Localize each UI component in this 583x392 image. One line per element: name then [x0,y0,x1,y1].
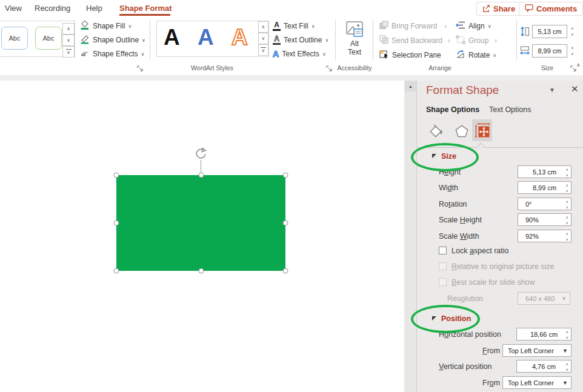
selection-pane-button[interactable]: Selection Pane [379,50,441,60]
shape-fill-icon [80,21,90,32]
text-effects-icon: A [273,50,279,59]
canvas-scroll-up-button[interactable]: ▲ [405,81,416,91]
share-icon [482,4,490,14]
wordart-scroll-up-button[interactable]: ∧ [258,21,268,33]
resolution-label: Resolution [447,294,483,303]
handle-top-middle[interactable] [198,173,204,178]
rotation-handle[interactable] [194,147,208,164]
wordart-sample-black[interactable]: A [164,26,180,48]
title-menu-bar: View Recording Help Shape Format Share C… [0,0,583,17]
resolution-dropdown: 640 x 480 ▼ [518,292,570,305]
panel-menu-chevron-icon[interactable]: ▼ [549,87,555,93]
slide-canvas[interactable] [0,81,404,392]
lock-aspect-ratio-label: Lock aspect ratio [451,247,509,255]
height-spinner[interactable]: ∧∨ [566,168,568,177]
comments-button[interactable]: Comments [519,2,583,16]
accessibility-group-label: Accessibility [330,64,379,71]
bring-forward-icon [379,21,388,32]
alt-text-button[interactable]: Alt Text [339,21,370,61]
shape-style-thumbnail-1[interactable]: Abc [1,27,28,50]
handle-top-right[interactable] [283,173,288,178]
gallery-more-button[interactable]: ∨ [62,46,75,58]
handle-bottom-middle[interactable] [198,268,204,274]
shape-width-input[interactable]: 8,99 cm [532,44,567,58]
align-button[interactable]: Align∨ [456,21,491,31]
width-input[interactable]: 8,99 cm ∧∨ [518,181,571,194]
rotation-spinner[interactable]: ∧∨ [566,200,568,209]
group-divider [516,20,517,60]
group-icon [456,35,465,46]
from-vertical-label: From [482,379,500,387]
from-horizontal-dropdown[interactable]: Top Left Corner ▼ [502,344,571,357]
vertical-position-spinner[interactable]: ∧∨ [566,362,568,371]
effects-icon[interactable] [453,123,470,142]
size-section-header[interactable]: Size [441,152,456,161]
scale-width-value: 92% [525,233,539,240]
scale-width-spinner[interactable]: ∧∨ [566,232,568,241]
shape-fill-button[interactable]: Shape Fill∨ [80,21,132,31]
shape-outline-button[interactable]: Shape Outline∨ [80,35,145,45]
shape-height-input[interactable]: 5,13 cm [532,25,567,38]
rotate-icon [456,50,465,61]
handle-middle-left[interactable] [114,221,119,226]
panel-tab-shape-options[interactable]: Shape Options [426,105,479,114]
fill-line-icon[interactable] [428,123,445,142]
position-section-collapse-icon[interactable] [432,316,436,321]
wordart-more-button[interactable]: ∨ [258,44,268,56]
tab-shape-format[interactable]: Shape Format [119,4,172,13]
tab-help[interactable]: Help [86,4,102,13]
from-vertical-dropdown[interactable]: Top Left Corner ▼ [502,376,571,389]
wordart-sample-blue[interactable]: A [198,26,214,48]
canvas-scrollbar-track[interactable] [404,81,416,392]
handle-top-left[interactable] [114,173,119,178]
vertical-position-input[interactable]: 4,76 cm ∧∨ [516,360,571,373]
position-section-header[interactable]: Position [441,314,471,323]
rotation-label: Rotation [439,200,467,208]
text-outline-label: Text Outline [284,36,322,44]
group-divider [373,20,373,60]
size-properties-icon-selected[interactable] [472,119,492,141]
send-backward-button[interactable]: Send Backward∨ [379,36,451,45]
panel-tab-text-options[interactable]: Text Options [489,105,531,114]
tab-view[interactable]: View [5,4,22,13]
text-outline-button[interactable]: A Text Outline∨ [273,35,328,45]
gallery-scroll-up-button[interactable]: ∧ [62,23,75,35]
best-scale-label: Best scale for slide show [451,278,535,287]
scale-height-spinner[interactable]: ∧∨ [566,216,568,225]
group-button[interactable]: Group∨ [456,36,498,45]
scale-width-input[interactable]: 92% ∧∨ [518,230,571,242]
size-section-collapse-icon[interactable] [432,154,436,158]
width-spinner[interactable]: ∧∨ [566,184,568,193]
horizontal-position-input[interactable]: 18,66 cm ∧∨ [516,328,571,341]
handle-middle-right[interactable] [283,221,288,226]
share-button[interactable]: Share [476,2,521,16]
tab-recording[interactable]: Recording [35,4,70,13]
shape-effects-button[interactable]: Shape Effects∨ [80,49,144,59]
text-effects-button[interactable]: A Text Effects∨ [273,49,326,59]
text-fill-button[interactable]: A Text Fill∨ [273,21,315,31]
from-horizontal-label: From [482,347,500,355]
arrange-group-label: Arrange [416,64,464,71]
width-label: Width [439,184,458,192]
shape-width-value: 8,99 cm [538,47,561,55]
bring-forward-button[interactable]: Bring Forward∨ [379,21,447,31]
alt-text-label-line1: Alt [350,40,359,48]
shape-styles-dialog-launcher-icon[interactable] [137,64,144,70]
lock-aspect-ratio-checkbox[interactable] [439,247,447,254]
rotation-input[interactable]: 0° ∧∨ [518,198,571,210]
collapse-ribbon-icon[interactable]: ∧ [576,62,581,68]
panel-close-icon[interactable]: ✕ [571,84,579,95]
gallery-scroll-down-button[interactable]: ∨ [62,35,75,46]
shape-width-spinner[interactable]: ∧∨ [571,46,574,56]
handle-bottom-right[interactable] [283,268,288,274]
wordart-scroll-down-button[interactable]: ∨ [258,33,268,44]
wordart-sample-orange[interactable]: A [232,26,248,48]
handle-bottom-left[interactable] [114,268,119,274]
green-rectangle-shape[interactable] [116,175,285,271]
horizontal-position-spinner[interactable]: ∧∨ [566,330,568,339]
shape-style-thumbnail-2[interactable]: Abc [35,27,62,50]
shape-height-spinner[interactable]: ∧∨ [571,27,574,36]
scale-height-input[interactable]: 90% ∧∨ [518,213,571,226]
height-input[interactable]: 5,13 cm ∧∨ [518,165,571,178]
rotate-button[interactable]: Rotate∨ [456,50,496,60]
